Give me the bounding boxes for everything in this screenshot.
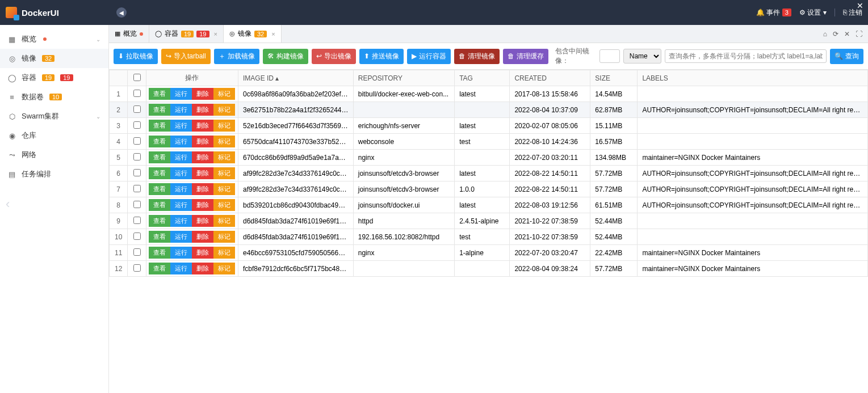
refresh-icon[interactable]: ⟳ <box>833 30 838 38</box>
row-checkbox[interactable] <box>133 105 141 113</box>
clean-image-button[interactable]: 🗑清理镜像 <box>454 49 500 64</box>
view-button[interactable]: 查看 <box>149 247 170 259</box>
delete-button[interactable]: 删除 <box>192 151 213 163</box>
search-input[interactable] <box>665 49 827 63</box>
sidebar-item-swarm[interactable]: ⬡Swarm集群⌄ <box>0 107 108 126</box>
sidebar-item-registry[interactable]: ◉仓库 <box>0 126 108 145</box>
view-button[interactable]: 查看 <box>149 151 170 163</box>
col-tag[interactable]: TAG <box>455 70 510 86</box>
clean-cache-button[interactable]: 🗑清理缓存 <box>503 49 548 64</box>
delete-button[interactable]: 删除 <box>192 88 213 100</box>
row-checkbox[interactable] <box>133 121 141 129</box>
delete-button[interactable]: 删除 <box>192 231 213 243</box>
delete-button[interactable]: 删除 <box>192 104 213 116</box>
load-image-button[interactable]: ＋加载镜像 <box>214 49 259 64</box>
row-checkbox[interactable] <box>133 264 141 272</box>
fullscreen-icon[interactable]: ⛶ <box>856 30 862 38</box>
tab-overview[interactable]: ▦概览 <box>109 25 149 43</box>
delete-button[interactable]: 删除 <box>192 183 213 195</box>
run-button[interactable]: 运行 <box>170 215 192 227</box>
filter-field-select[interactable]: Name <box>623 49 661 64</box>
view-button[interactable]: 查看 <box>149 215 170 227</box>
run-button[interactable]: 运行 <box>170 263 192 274</box>
delete-button[interactable]: 删除 <box>192 120 213 132</box>
col-size[interactable]: SIZE <box>590 70 638 86</box>
row-checkbox[interactable] <box>133 90 141 97</box>
tag-button[interactable]: 标记 <box>213 199 235 211</box>
tag-button[interactable]: 标记 <box>213 151 235 163</box>
sidebar-item-images[interactable]: ◎镜像32 <box>0 49 108 68</box>
col-created[interactable]: CREATED <box>510 70 590 86</box>
close-all-icon[interactable]: ✕ <box>844 30 850 38</box>
table-row[interactable]: 8查看运行删除标记bd539201cb86cd90430fdbac4917d..… <box>110 197 868 213</box>
run-container-button[interactable]: ▶运行容器 <box>407 49 451 64</box>
row-checkbox[interactable] <box>133 185 141 192</box>
delete-button[interactable]: 删除 <box>192 215 213 227</box>
view-button[interactable]: 查看 <box>149 88 170 100</box>
run-button[interactable]: 运行 <box>170 167 192 179</box>
pull-image-button[interactable]: ⬇拉取镜像 <box>114 49 158 64</box>
row-checkbox[interactable] <box>133 201 141 208</box>
home-icon[interactable]: ⌂ <box>823 30 827 38</box>
table-row[interactable]: 9查看运行删除标记d6d845fdab3da274f61019e69f19e..… <box>110 213 868 229</box>
tag-button[interactable]: 标记 <box>213 231 235 243</box>
row-checkbox[interactable] <box>133 217 141 224</box>
row-checkbox[interactable] <box>133 153 141 160</box>
delete-button[interactable]: 删除 <box>192 263 213 274</box>
table-row[interactable]: 5查看运行删除标记670dcc86b69df89a9d5a9e1a7ae5b..… <box>110 150 868 166</box>
view-button[interactable]: 查看 <box>149 231 170 243</box>
row-checkbox[interactable] <box>133 233 141 240</box>
tag-button[interactable]: 标记 <box>213 263 235 274</box>
col-labels[interactable]: LABELS <box>638 70 868 86</box>
export-image-button[interactable]: ↩导出镜像 <box>312 49 356 64</box>
table-row[interactable]: 10查看运行删除标记d6d845fdab3da274f61019e69f19e.… <box>110 229 868 245</box>
delete-button[interactable]: 删除 <box>192 247 213 259</box>
tab-containers[interactable]: ◯容器1919× <box>149 25 224 43</box>
table-row[interactable]: 6查看运行删除标记af99fc282d3e7c34d3376149c0c6ef.… <box>110 166 868 181</box>
push-image-button[interactable]: ⬆推送镜像 <box>359 49 404 64</box>
delete-button[interactable]: 删除 <box>192 136 213 147</box>
view-button[interactable]: 查看 <box>149 183 170 195</box>
include-intermediate-input[interactable] <box>599 49 620 63</box>
table-row[interactable]: 3查看运行删除标记52e16db3eced77f66463d7f356946..… <box>110 118 868 134</box>
sidebar-item-volumes[interactable]: ≡数据卷10 <box>0 87 108 107</box>
col-op[interactable]: 操作 <box>146 70 238 86</box>
view-button[interactable]: 查看 <box>149 120 170 132</box>
events-link[interactable]: 🔔 事件3 <box>756 8 791 18</box>
settings-link[interactable]: ⚙ 设置 ▾ <box>799 8 827 18</box>
run-button[interactable]: 运行 <box>170 136 192 147</box>
row-checkbox[interactable] <box>133 248 141 256</box>
window-close-icon[interactable]: ✕ <box>857 1 863 10</box>
table-row[interactable]: 4查看运行删除标记65750dcaf4110743703e337b5258e..… <box>110 134 868 150</box>
run-button[interactable]: 运行 <box>170 151 192 163</box>
build-image-button[interactable]: 🛠构建镜像 <box>263 49 308 64</box>
run-button[interactable]: 运行 <box>170 231 192 243</box>
tag-button[interactable]: 标记 <box>213 183 235 195</box>
tag-button[interactable]: 标记 <box>213 215 235 227</box>
view-button[interactable]: 查看 <box>149 104 170 116</box>
col-imageid[interactable]: IMAGE ID ▴ <box>238 70 354 86</box>
tag-button[interactable]: 标记 <box>213 120 235 132</box>
table-row[interactable]: 1查看运行删除标记0c698a6f86a09fa36bab2ef203efe2f… <box>110 86 868 102</box>
row-checkbox[interactable] <box>133 169 141 176</box>
tag-button[interactable]: 标记 <box>213 104 235 116</box>
sidebar-collapse-icon[interactable]: ◀ <box>116 7 127 18</box>
sidebar-item-tasks[interactable]: ▤任务编排 <box>0 164 108 184</box>
sidebar-item-overview[interactable]: ▦概览⌄ <box>0 29 108 49</box>
nav-prev-icon[interactable]: ‹ <box>6 197 10 212</box>
table-row[interactable]: 11查看运行删除标记e46bcc69753105cfd75905056666b.… <box>110 245 868 261</box>
run-button[interactable]: 运行 <box>170 88 192 100</box>
tag-button[interactable]: 标记 <box>213 136 235 147</box>
table-row[interactable]: 12查看运行删除标记fcbf8e7912dcf6c6bc5f7175bc4884… <box>110 261 868 277</box>
view-button[interactable]: 查看 <box>149 263 170 274</box>
view-button[interactable]: 查看 <box>149 136 170 147</box>
sidebar-item-containers[interactable]: ◯容器1919 <box>0 68 108 87</box>
run-button[interactable]: 运行 <box>170 104 192 116</box>
tag-button[interactable]: 标记 <box>213 167 235 179</box>
search-button[interactable]: 🔍查询 <box>830 49 863 64</box>
tag-button[interactable]: 标记 <box>213 88 235 100</box>
row-checkbox[interactable] <box>133 137 141 145</box>
tab-images[interactable]: ◎镜像32× <box>224 25 282 43</box>
view-button[interactable]: 查看 <box>149 199 170 211</box>
tab-close-icon[interactable]: × <box>271 31 275 37</box>
